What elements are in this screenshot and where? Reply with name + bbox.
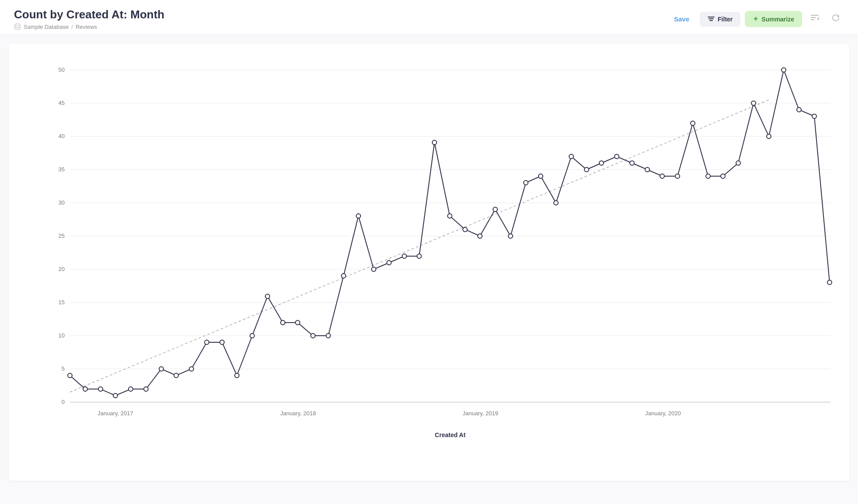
chart-container: Count 0 5 10 15 20 25 30 35 40 45 50 <box>9 44 849 481</box>
y-tick-5: 5 <box>62 365 65 372</box>
data-point <box>524 181 528 185</box>
x-tick-2018: January, 2018 <box>280 410 316 417</box>
header-actions: Save Filter ✦ Summarize <box>668 10 844 28</box>
filter-button[interactable]: Filter <box>700 12 740 27</box>
data-point <box>326 334 330 338</box>
data-point <box>372 267 376 271</box>
filter-icon <box>708 16 715 23</box>
data-point <box>615 154 619 159</box>
data-point <box>448 214 452 218</box>
data-point <box>250 334 254 338</box>
data-point <box>630 161 634 165</box>
data-point <box>508 234 513 238</box>
data-point <box>767 134 771 139</box>
database-icon <box>14 23 21 30</box>
data-point <box>311 334 315 338</box>
data-point <box>493 207 497 212</box>
data-point <box>736 161 740 165</box>
data-point <box>599 161 604 165</box>
data-point <box>189 367 194 371</box>
refresh-button[interactable] <box>827 10 844 28</box>
y-tick-30: 30 <box>59 199 65 206</box>
save-button[interactable]: Save <box>668 12 695 26</box>
data-point <box>691 121 695 125</box>
data-point <box>417 254 421 258</box>
data-polyline <box>70 70 830 396</box>
data-point <box>220 340 224 344</box>
y-tick-10: 10 <box>59 332 65 339</box>
data-point <box>706 174 710 178</box>
data-point <box>827 280 832 285</box>
data-point <box>98 387 103 391</box>
y-tick-45: 45 <box>59 100 65 106</box>
data-point <box>402 254 406 258</box>
line-chart: Count 0 5 10 15 20 25 30 35 40 45 50 <box>35 61 839 455</box>
trend-line <box>70 100 769 392</box>
data-point <box>68 373 72 378</box>
data-point <box>144 387 148 391</box>
refresh-icon <box>831 13 841 23</box>
sort-icon <box>810 13 820 23</box>
data-point <box>387 261 391 265</box>
y-tick-50: 50 <box>59 66 65 73</box>
breadcrumb-database: Sample Database <box>24 24 69 30</box>
y-tick-25: 25 <box>59 233 65 239</box>
data-point <box>295 320 300 325</box>
y-tick-40: 40 <box>59 133 65 139</box>
sort-icon-button[interactable] <box>806 10 823 28</box>
data-point <box>356 214 361 218</box>
x-tick-2020: January, 2020 <box>645 410 681 417</box>
breadcrumb: Sample Database / Reviews <box>14 23 164 30</box>
data-point <box>721 174 725 178</box>
data-point <box>235 373 239 378</box>
data-point <box>432 140 437 145</box>
x-tick-2019: January, 2019 <box>462 410 498 417</box>
data-point <box>113 393 118 398</box>
y-tick-35: 35 <box>59 166 65 173</box>
header: Count by Created At: Month Sample Databa… <box>0 0 858 35</box>
data-point <box>569 154 573 159</box>
data-point <box>584 167 589 172</box>
breadcrumb-separator: / <box>71 24 73 30</box>
svg-point-0 <box>15 24 20 26</box>
data-point <box>174 373 178 378</box>
data-point <box>538 174 543 178</box>
x-axis-label: Created At <box>435 431 466 438</box>
data-point <box>751 101 756 105</box>
data-point <box>797 108 801 112</box>
data-point <box>205 340 209 344</box>
header-left: Count by Created At: Month Sample Databa… <box>14 8 164 30</box>
sparkle-icon: ✦ <box>753 15 758 23</box>
y-tick-20: 20 <box>59 266 65 272</box>
data-point <box>463 227 467 232</box>
page-title: Count by Created At: Month <box>14 8 164 21</box>
data-point <box>478 234 482 238</box>
summarize-button[interactable]: ✦ Summarize <box>745 11 802 27</box>
data-point <box>782 68 786 72</box>
x-tick-2017: January, 2017 <box>97 410 133 417</box>
data-point <box>281 320 285 325</box>
breadcrumb-table: Reviews <box>76 24 97 30</box>
data-point <box>675 174 680 178</box>
data-point <box>341 274 346 278</box>
data-point <box>812 114 816 118</box>
data-point <box>129 387 133 391</box>
data-point <box>265 294 270 299</box>
data-point <box>83 387 87 391</box>
data-point <box>645 167 650 172</box>
data-point <box>554 201 558 205</box>
y-tick-0: 0 <box>62 399 65 405</box>
data-point <box>660 174 664 178</box>
y-tick-15: 15 <box>59 299 65 306</box>
data-point <box>159 367 163 371</box>
